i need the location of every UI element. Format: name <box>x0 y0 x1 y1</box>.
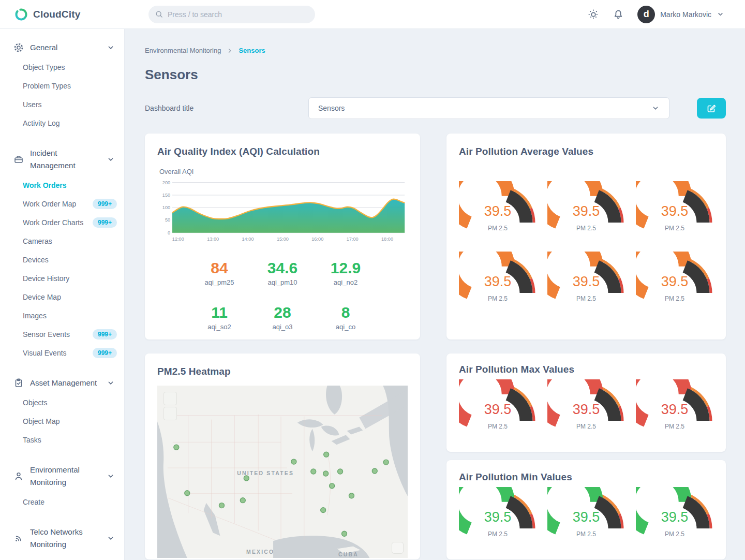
avg-gauges: 39.5PM 2.539.5PM 2.539.5PM 2.539.5PM 2.5… <box>459 181 713 303</box>
sidebar-item-work-orders[interactable]: Work Orders <box>0 176 124 195</box>
average-gauge: 39.5PM 2.5 <box>636 181 713 233</box>
aqi-area-chart: 05010015020012:0013:0014:0015:0016:0017:… <box>157 178 408 244</box>
sidebar-item-work-order-charts[interactable]: Work Order Charts999+ <box>0 213 124 232</box>
svg-text:MEXICO: MEXICO <box>246 549 274 555</box>
sidebar-section-label: General <box>30 41 57 54</box>
svg-text:50: 50 <box>165 217 170 223</box>
sidebar-header-environmental-monitoring[interactable]: Environmental Monitoring <box>0 460 124 493</box>
sidebar-item-create[interactable]: Create <box>0 493 124 511</box>
sidebar-item-label: Users <box>23 100 42 109</box>
search-icon <box>155 10 163 19</box>
chevron-right-icon <box>226 47 233 54</box>
sidebar-item-images[interactable]: Images <box>0 306 124 325</box>
svg-text:39.5: 39.5 <box>661 402 689 417</box>
breadcrumb: Environmental Monitoring Sensors <box>145 47 726 54</box>
svg-text:PM 2.5: PM 2.5 <box>665 530 684 538</box>
svg-text:39.5: 39.5 <box>573 402 600 417</box>
sidebar-header-incident-management[interactable]: Incident Management <box>0 143 124 176</box>
sidebar-header-general[interactable]: General <box>0 37 124 58</box>
sidebar-item-work-order-map[interactable]: Work Order Map999+ <box>0 195 124 213</box>
svg-text:PM 2.5: PM 2.5 <box>488 530 508 538</box>
sidebar-item-label: Create <box>23 498 44 506</box>
metric-value: 8 <box>321 304 370 321</box>
sidebar-item-objects[interactable]: Objects <box>0 393 124 412</box>
sidebar-header-asset-management[interactable]: Asset Management <box>0 373 124 393</box>
sidebar-item-device-map[interactable]: Device Map <box>0 288 124 306</box>
aqi-metric-aqi-co: 8aqi_co <box>321 304 370 331</box>
map-canvas: UNITED STATESMEXICOCUBA <box>157 386 408 558</box>
sidebar-item-problem-types[interactable]: Problem Types <box>0 77 124 95</box>
sidebar-item-sensor-events[interactable]: Sensor Events999+ <box>0 325 124 344</box>
svg-text:18:00: 18:00 <box>381 237 393 242</box>
sidebar-item-label: Activity Log <box>23 119 60 127</box>
theme-sun-icon[interactable] <box>588 9 599 20</box>
svg-text:200: 200 <box>162 180 170 185</box>
sidebar-item-users[interactable]: Users <box>0 95 124 114</box>
sidebar-item-label: Objects <box>23 399 47 407</box>
heatmap-map[interactable]: UNITED STATESMEXICOCUBA <box>157 386 408 558</box>
svg-text:PM 2.5: PM 2.5 <box>576 295 596 302</box>
svg-text:39.5: 39.5 <box>661 203 689 219</box>
aqi-metric-aqi-pm10: 34.6aqi_pm10 <box>258 259 307 286</box>
sidebar-section-label: Asset Management <box>30 377 97 389</box>
average-gauge: 39.5PM 2.5 <box>636 252 713 303</box>
max-gauge: 39.5PM 2.5 <box>547 379 625 431</box>
svg-text:PM 2.5: PM 2.5 <box>665 225 684 232</box>
notifications-bell-icon[interactable] <box>613 9 624 20</box>
sidebar-item-label: Images <box>23 312 47 320</box>
aqi-chart-label: Overall AQI <box>159 168 408 175</box>
logo[interactable]: CloudCity <box>0 8 125 21</box>
svg-text:12:00: 12:00 <box>172 237 184 242</box>
map-zoom-out-button[interactable] <box>163 407 177 420</box>
briefcase-icon <box>13 154 24 165</box>
sidebar-header-telco-networks-monitoring[interactable]: Telco Networks Monitoring <box>0 522 124 555</box>
chevron-down-icon <box>651 104 660 112</box>
min-gauges: 39.5PM 2.539.5PM 2.539.5PM 2.5 <box>459 487 713 539</box>
sidebar-item-tasks[interactable]: Tasks <box>0 431 124 449</box>
sidebar-item-visual-events[interactable]: Visual Events999+ <box>0 344 124 362</box>
sidebar-item-object-types[interactable]: Object Types <box>0 58 124 77</box>
sidebar-section-general: GeneralObject TypesProblem TypesUsersAct… <box>0 37 124 132</box>
sidebar-item-activity-log[interactable]: Activity Log <box>0 114 124 132</box>
max-gauge: 39.5PM 2.5 <box>636 379 713 431</box>
app-header: CloudCity Press / to search d Marko Mark… <box>0 0 745 29</box>
aqi-metric-aqi-no2: 12.9aqi_no2 <box>321 259 370 286</box>
sidebar-item-label: Problem Types <box>23 82 71 90</box>
search-input[interactable]: Press / to search <box>148 6 315 23</box>
breadcrumb-sensors[interactable]: Sensors <box>239 47 265 54</box>
svg-text:PM 2.5: PM 2.5 <box>665 423 684 430</box>
count-badge: 999+ <box>93 199 117 209</box>
edit-dashboard-button[interactable] <box>697 98 726 119</box>
svg-text:17:00: 17:00 <box>347 237 359 242</box>
avg-values-card: Air Pollution Average Values 39.5PM 2.53… <box>446 134 726 340</box>
sidebar-item-cameras[interactable]: Cameras <box>0 232 124 250</box>
svg-text:PM 2.5: PM 2.5 <box>665 295 684 302</box>
sidebar-item-label: Work Order Map <box>23 200 76 208</box>
min-gauge: 39.5PM 2.5 <box>459 487 537 539</box>
sidebar-item-label: Devices <box>23 256 49 264</box>
average-gauge: 39.5PM 2.5 <box>547 252 625 303</box>
min-card-title: Air Pollution Min Values <box>459 471 713 483</box>
sidebar-item-object-map[interactable]: Object Map <box>0 412 124 431</box>
svg-text:39.5: 39.5 <box>661 509 689 525</box>
breadcrumb-environmental-monitoring[interactable]: Environmental Monitoring <box>145 47 221 54</box>
sidebar-item-devices[interactable]: Devices <box>0 250 124 269</box>
sidebar-section-incident-management: Incident ManagementWork OrdersWork Order… <box>0 143 124 362</box>
count-badge: 999+ <box>93 217 117 228</box>
svg-text:PM 2.5: PM 2.5 <box>576 225 596 232</box>
svg-text:39.5: 39.5 <box>484 274 512 289</box>
metric-label: aqi_no2 <box>321 278 370 286</box>
map-attribution-button[interactable] <box>392 542 404 554</box>
svg-text:39.5: 39.5 <box>484 509 512 525</box>
metric-label: aqi_o3 <box>258 323 307 331</box>
map-zoom-in-button[interactable] <box>163 392 177 405</box>
clipboard-icon <box>13 378 24 388</box>
main-content: Environmental Monitoring Sensors Sensors… <box>125 29 745 560</box>
chevron-down-icon <box>107 534 115 542</box>
user-menu[interactable]: d Marko Markovic <box>637 6 724 23</box>
signal-icon <box>13 533 24 543</box>
dashboard-title-select[interactable]: Sensors <box>308 97 669 119</box>
sidebar-item-create[interactable]: Create <box>0 555 124 560</box>
svg-text:39.5: 39.5 <box>484 203 512 219</box>
sidebar-item-device-history[interactable]: Device History <box>0 269 124 288</box>
